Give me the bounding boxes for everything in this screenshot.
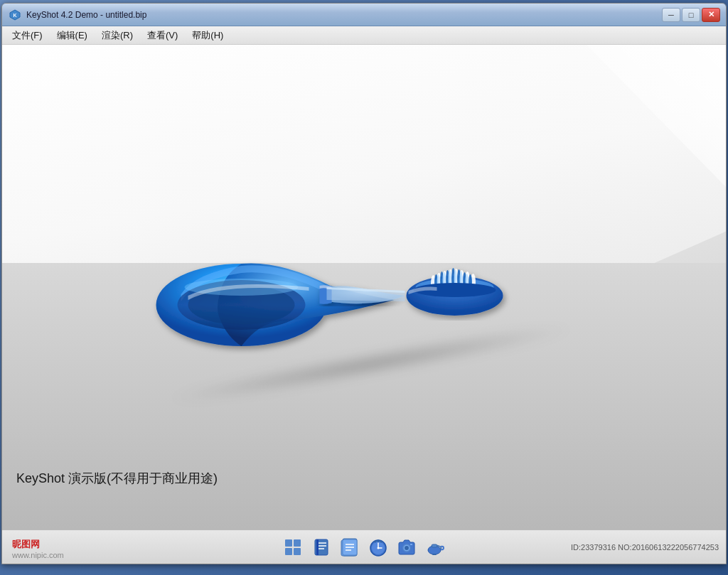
nipic-watermark: 昵图网 www.nipic.com: [12, 538, 64, 559]
toolbar-icons: [280, 534, 448, 560]
menu-edit[interactable]: 编辑(E): [50, 28, 95, 43]
svg-point-54: [405, 546, 409, 550]
watermark-text: KeyShot 演示版(不得用于商业用途): [16, 470, 218, 487]
minimize-button[interactable]: ─: [662, 8, 680, 22]
svg-rect-33: [294, 548, 301, 555]
title-bar: K KeyShot 4.2 Demo - untitled.bip ─ □ ✕: [2, 4, 726, 26]
window-controls: ─ □ ✕: [662, 8, 720, 22]
menu-bar: 文件(F) 编辑(E) 渲染(R) 查看(V) 帮助(H): [2, 26, 726, 45]
application-window: K KeyShot 4.2 Demo - untitled.bip ─ □ ✕ …: [1, 3, 727, 564]
render-viewport[interactable]: KeyShot 演示版(不得用于商业用途): [2, 45, 726, 530]
svg-rect-32: [285, 548, 292, 555]
svg-rect-30: [285, 539, 292, 547]
layers-button[interactable]: [337, 534, 363, 560]
window-title: KeyShot 4.2 Demo - untitled.bip: [26, 10, 662, 20]
svg-rect-35: [316, 539, 318, 555]
menu-render[interactable]: 渲染(R): [95, 28, 140, 43]
svg-text:K: K: [13, 13, 16, 18]
maximize-button[interactable]: □: [682, 8, 700, 22]
nipic-logo: 昵图网: [12, 538, 64, 551]
status-id-text: ID:23379316 NO:20160613222056774253: [571, 543, 719, 552]
bottom-toolbar: 昵图网 www.nipic.com: [2, 530, 726, 564]
svg-rect-31: [294, 539, 301, 547]
nipic-url: www.nipic.com: [12, 551, 64, 559]
teapot-render-button[interactable]: [422, 534, 448, 560]
svg-point-52: [380, 540, 382, 542]
toothbrush-model: [110, 181, 572, 394]
menu-help[interactable]: 帮助(H): [185, 28, 230, 43]
svg-rect-57: [432, 544, 437, 547]
svg-point-51: [375, 540, 377, 542]
library-button[interactable]: [309, 534, 334, 560]
menu-file[interactable]: 文件(F): [5, 28, 50, 43]
grid-view-button[interactable]: [280, 534, 306, 560]
camera-button[interactable]: [394, 534, 419, 560]
svg-point-50: [377, 539, 380, 542]
menu-view[interactable]: 查看(V): [140, 28, 185, 43]
app-icon: K: [8, 8, 22, 22]
svg-rect-55: [410, 544, 412, 545]
close-button[interactable]: ✕: [702, 8, 720, 22]
animation-button[interactable]: [365, 534, 391, 560]
